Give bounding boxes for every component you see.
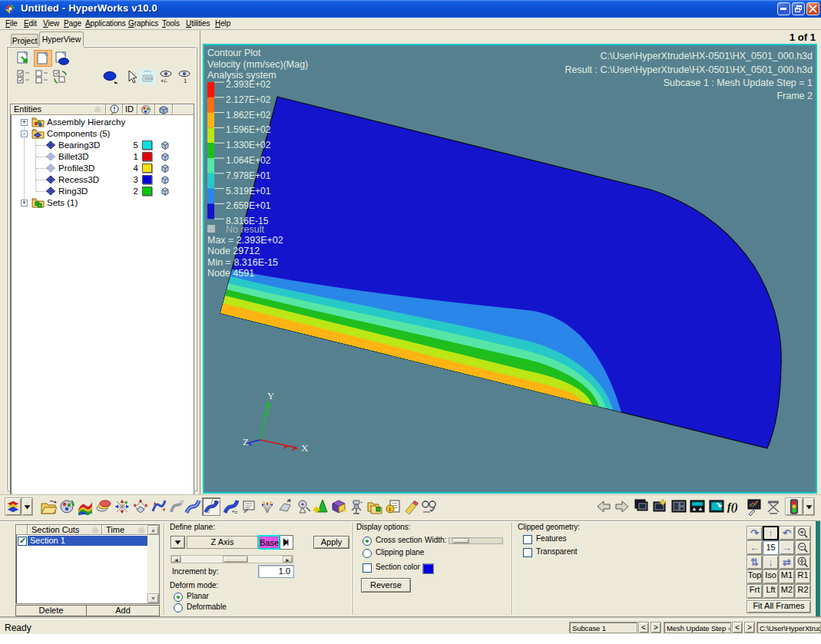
app-switch-icon[interactable]: [5, 497, 22, 516]
notes-icon[interactable]: [240, 497, 257, 516]
iso-value-icon[interactable]: [95, 497, 112, 516]
section-checkbox[interactable]: ✓: [18, 537, 27, 546]
menu-tools[interactable]: Tools: [162, 19, 180, 28]
tree-sync-icon[interactable]: [51, 69, 68, 84]
plane-position-slider[interactable]: ◄ ►: [170, 555, 293, 563]
view-m1-button[interactable]: M1: [779, 570, 795, 584]
scroll-up-icon[interactable]: ▲: [147, 525, 159, 535]
menu-page[interactable]: Page: [64, 19, 81, 28]
column-id[interactable]: ID: [123, 104, 137, 115]
width-slider-thumb[interactable]: [452, 538, 469, 543]
rotate-updown-button[interactable]: ⇅: [747, 555, 763, 570]
tab-hyperview[interactable]: HyperView: [39, 31, 84, 46]
eraser-icon[interactable]: [402, 497, 419, 516]
page-next-icon[interactable]: [614, 497, 631, 516]
page-prev-icon[interactable]: [595, 497, 612, 516]
rotate-right-button[interactable]: ↷: [747, 526, 763, 540]
stress-tool-icon[interactable]: [184, 497, 201, 516]
zoom-in-button[interactable]: [795, 526, 811, 540]
page-add-icon[interactable]: [651, 497, 668, 516]
slider-thumb[interactable]: [223, 556, 248, 563]
section-cuts-list[interactable]: Section Cuts Time ✓ Section 1 ▲ ▼: [15, 524, 160, 604]
clipping-plane-radio[interactable]: [362, 549, 372, 558]
view-top-button[interactable]: Top: [747, 570, 763, 584]
pan-up-button[interactable]: ↑: [763, 526, 779, 540]
column-query[interactable]: [106, 104, 123, 115]
tracking-icon[interactable]: [295, 497, 312, 516]
transparent-checkbox[interactable]: [523, 548, 532, 557]
panel-splitter[interactable]: [200, 31, 200, 494]
base-collector-button[interactable]: Base: [258, 535, 280, 550]
menu-graphics[interactable]: Graphics: [128, 19, 158, 28]
review-icon[interactable]: [420, 497, 437, 516]
tree-expand-icon[interactable]: [34, 69, 51, 84]
deformable-radio[interactable]: [174, 603, 183, 613]
rotate-left-button[interactable]: ↶: [779, 526, 795, 540]
session-info-icon[interactable]: i: [385, 497, 402, 516]
open-model-icon[interactable]: [54, 51, 71, 66]
color-swatch[interactable]: [142, 163, 152, 173]
new-session-icon[interactable]: [35, 51, 51, 66]
organize-icon[interactable]: [366, 497, 383, 516]
linear-superposition-icon[interactable]: [151, 497, 167, 516]
layout-split-icon[interactable]: [670, 497, 687, 516]
column-color[interactable]: [137, 104, 155, 115]
mechanism-icon[interactable]: +: [348, 497, 365, 516]
pan-down-button[interactable]: ↓: [763, 555, 779, 570]
subcase-prev-button[interactable]: <: [638, 622, 649, 633]
display-cube-icon[interactable]: [160, 163, 170, 173]
view-left-button[interactable]: Lft: [763, 584, 779, 599]
increment-field[interactable]: 1.0: [258, 565, 294, 578]
contour-icon[interactable]: [77, 497, 94, 516]
minimize-button[interactable]: [777, 2, 790, 15]
view-m2-button[interactable]: M2: [779, 584, 795, 599]
add-button[interactable]: Add: [86, 605, 160, 616]
width-slider[interactable]: [449, 537, 503, 544]
rotate-leftright-button[interactable]: ⇄: [779, 555, 795, 570]
column-display[interactable]: [155, 104, 173, 115]
tensor-plot-icon[interactable]: [259, 497, 276, 516]
expression-builder-icon[interactable]: f(): [727, 497, 743, 516]
pan-right-button[interactable]: →: [779, 540, 795, 555]
planar-radio[interactable]: [174, 593, 183, 602]
rotate-angle-field[interactable]: 15: [763, 540, 779, 555]
step-next-button[interactable]: >: [744, 622, 755, 633]
axis-dropdown[interactable]: [170, 536, 185, 549]
slider-left-icon[interactable]: ◄: [171, 556, 181, 563]
menu-view[interactable]: View: [43, 19, 59, 28]
column-time[interactable]: Time: [102, 525, 147, 535]
zoom-out-button[interactable]: [795, 540, 811, 555]
menu-help[interactable]: Help: [215, 19, 230, 28]
fld-icon[interactable]: [168, 497, 185, 516]
eye-one-icon[interactable]: 1: [176, 69, 193, 84]
tree-node-sets[interactable]: + Sets (1): [11, 197, 194, 209]
section-color-checkbox[interactable]: [362, 563, 372, 573]
menu-edit[interactable]: Edit: [24, 19, 37, 28]
app-switch-dropdown[interactable]: [22, 497, 33, 516]
delete-button[interactable]: Delete: [15, 605, 87, 616]
expand-icon[interactable]: +: [21, 200, 28, 206]
fit-all-frames-button[interactable]: Fit All Frames: [747, 600, 811, 613]
column-entities[interactable]: Entities: [11, 104, 106, 115]
menu-utilities[interactable]: Utilities: [186, 19, 210, 28]
tree-node-component[interactable]: Profile3D 4: [11, 163, 194, 174]
scroll-down-icon[interactable]: ▼: [147, 593, 159, 603]
vector-plot-icon[interactable]: [114, 497, 131, 516]
axis-selector[interactable]: Z Axis: [187, 536, 258, 549]
display-cube-icon[interactable]: [160, 152, 170, 162]
restore-button[interactable]: [792, 2, 805, 15]
features-checkbox[interactable]: [523, 535, 532, 544]
entity-display-icon[interactable]: [102, 69, 119, 84]
cross-section-radio[interactable]: [362, 537, 372, 546]
color-swatch[interactable]: [142, 140, 152, 150]
animation-controls-icon[interactable]: [785, 497, 803, 516]
step-prev-button[interactable]: <: [732, 622, 743, 633]
animation-dropdown[interactable]: [803, 497, 815, 516]
tree-node-assembly[interactable]: + Assembly Hierarchy: [11, 117, 194, 128]
display-cube-icon[interactable]: [160, 175, 170, 185]
view-front-button[interactable]: Frt: [747, 584, 763, 599]
tree-node-components[interactable]: - Components (5): [11, 128, 194, 140]
view-r2-button[interactable]: R2: [795, 584, 811, 599]
layout-swap-icon[interactable]: [689, 497, 706, 516]
subcase-field[interactable]: Subcase 1: [569, 622, 637, 633]
